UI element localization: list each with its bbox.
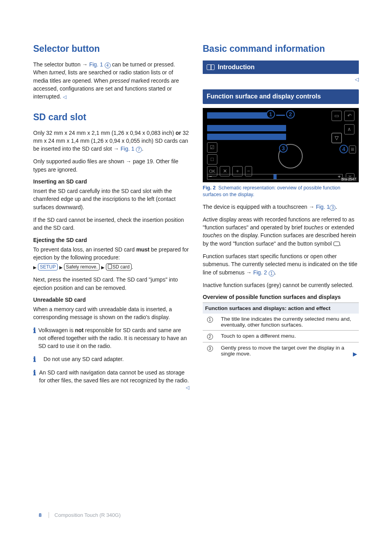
btn-safely-remove: Safely remove. bbox=[64, 263, 100, 270]
subhead-inserting: Inserting an SD card bbox=[33, 178, 189, 185]
section-end-icon: ◁ bbox=[203, 76, 359, 82]
figure-2-image: 1 2 ▭ ↶ ∧ ▽ ☑ □ OK ✕ + − 3 4 ≡ ∨ −+ Bra-… bbox=[203, 108, 359, 182]
fig-button-window: ▭ bbox=[332, 111, 342, 121]
continue-icon: ▶ bbox=[353, 351, 357, 357]
word-pressed: pressed bbox=[110, 78, 130, 84]
page-body: Selector button The selector button → Fi… bbox=[0, 0, 392, 412]
minus-icon: − bbox=[209, 174, 212, 180]
fig-slider: −+ bbox=[207, 174, 343, 180]
row-marker: 3 bbox=[204, 345, 215, 352]
subhead-overview: Overview of possible function surfaces a… bbox=[203, 294, 359, 300]
ref-callout-4: 4 bbox=[105, 62, 111, 68]
fig-button-back: ↶ bbox=[344, 111, 354, 121]
word-or: or bbox=[175, 130, 181, 136]
word-touches: touches bbox=[203, 232, 222, 238]
row-text: Touch to open a different menu. bbox=[221, 333, 357, 339]
text: Schematic representation: overview of po… bbox=[203, 185, 340, 197]
triangle-icon: ▶ bbox=[59, 265, 62, 270]
ref-fig1: Fig. 1 bbox=[121, 146, 134, 152]
info-icon: ℹ bbox=[33, 326, 37, 350]
text: Gently press to move the target over the… bbox=[221, 345, 344, 357]
triangle-icon: ▶ bbox=[33, 265, 36, 270]
text: The selector button → bbox=[33, 61, 89, 68]
fig-button-down: ▽ bbox=[332, 133, 342, 143]
ref-fig1: Fig. 1 bbox=[316, 204, 330, 210]
para-supported-audio: Only supported audio files are shown → p… bbox=[33, 157, 189, 174]
ref-fig2: Fig. 2 bbox=[253, 269, 267, 276]
book-icon bbox=[207, 64, 215, 70]
plus-icon: + bbox=[337, 174, 341, 180]
heading-sd-card-slot: SD card slot bbox=[33, 112, 189, 123]
note-vw-responsibility: ℹ Volkswagen is not responsible for SD c… bbox=[33, 326, 189, 350]
ref-callout-3: 3 bbox=[330, 205, 335, 211]
table-row: 1 The title line indicates the currently… bbox=[203, 314, 359, 331]
note-nav-data: ℹ An SD card with navigation data cannot… bbox=[33, 369, 189, 391]
page-number: 8 bbox=[39, 512, 41, 518]
fig-button-up: ∧ bbox=[344, 124, 354, 134]
text: An SD card with navigation data cannot b… bbox=[39, 369, 189, 384]
para-eject-prep: To prevent data loss, an inserted SD car… bbox=[33, 246, 189, 262]
fig-callout-4: 4 bbox=[339, 145, 348, 153]
text: The device is equipped with a touchscree… bbox=[203, 204, 316, 210]
word-turned: turned bbox=[49, 69, 65, 76]
fig-callout-2: 2 bbox=[286, 110, 295, 119]
sd-icon bbox=[108, 264, 112, 269]
triangle-icon: ▶ bbox=[101, 265, 104, 270]
ref-callout-1: 1 bbox=[269, 270, 275, 276]
eject-procedure: ▶ SETUP ▶ Safely remove. ▶ SD card. bbox=[33, 263, 189, 271]
note-text: An SD card with navigation data cannot b… bbox=[39, 369, 189, 391]
intro-bar: Introduction bbox=[203, 61, 359, 74]
fig-button-list: ≡ bbox=[349, 146, 356, 153]
ref-fig1: Fig. 1 bbox=[89, 61, 103, 68]
left-column: Selector button The selector button → Fi… bbox=[33, 43, 189, 396]
para-selector: The selector button → Fig. 1 4 can be tu… bbox=[33, 61, 189, 101]
ref-callout-7: 7 bbox=[136, 147, 142, 153]
fig-tag: Bra-2547 bbox=[341, 177, 357, 181]
table-row: 2 Touch to open a different menu. bbox=[203, 331, 359, 342]
para-touchscreen: The device is equipped with a touchscree… bbox=[203, 203, 359, 211]
para-insert: Insert the SD card carefully into the SD… bbox=[33, 187, 189, 211]
para-inactive: Inactive function surfaces (grey) cannot… bbox=[203, 281, 359, 289]
btn-sd-card: SD card bbox=[106, 263, 132, 270]
row-marker: 1 bbox=[204, 316, 215, 323]
fig-label: Fig. 2 bbox=[203, 185, 216, 191]
para-fs-submenus: Function surfaces start specific functio… bbox=[203, 252, 359, 276]
text: Volkswagen is bbox=[38, 327, 75, 333]
note-no-adapter: ℹ Do not use any SD card adapter. bbox=[33, 355, 189, 364]
btn-setup: SETUP bbox=[38, 263, 58, 270]
para-active-areas: Active display areas with recorded funct… bbox=[203, 216, 359, 248]
info-icon: ℹ bbox=[33, 369, 38, 391]
para-sd-dimensions: Only 32 mm x 24 mm x 2,1 mm (1,26 x 0,94… bbox=[33, 129, 189, 153]
callout-1: 1 bbox=[207, 317, 213, 323]
note-text: Do not use any SD card adapter. bbox=[43, 355, 124, 364]
heading-basic-command: Basic command information bbox=[203, 43, 359, 54]
page-footer: 8 Composition Touch (R 340G) bbox=[39, 512, 121, 518]
fig-pointer bbox=[276, 115, 285, 116]
text: or extended bbox=[323, 224, 354, 231]
row-marker: 2 bbox=[204, 333, 215, 340]
fig-button-check: ☑ bbox=[207, 142, 217, 153]
fig-bar bbox=[207, 112, 270, 119]
section-end-icon: ◁ bbox=[63, 94, 66, 100]
intro-label: Introduction bbox=[218, 64, 254, 71]
fig-callout-1: 1 bbox=[266, 110, 275, 119]
word-not: not bbox=[75, 327, 84, 333]
text: Only 32 mm x 24 mm x 2,1 mm (1,26 x 0,94… bbox=[33, 130, 175, 136]
fig-bar bbox=[207, 134, 286, 140]
table-header: Function surfaces and displays: action a… bbox=[203, 303, 359, 314]
subbar-function-surface: Function surface and display controls bbox=[203, 89, 359, 104]
section-end-icon: ◁ bbox=[186, 384, 189, 391]
footer-title: Composition Touch (R 340G) bbox=[49, 512, 121, 518]
text: on the display. Function surfaces are de… bbox=[203, 232, 356, 246]
para-eject-press: Next, press the inserted SD card. The SD… bbox=[33, 276, 189, 292]
para-unreadable: When a memory card with unreadable data … bbox=[33, 305, 189, 321]
note-text: Volkswagen is not responsible for SD car… bbox=[38, 326, 189, 350]
text: SD card bbox=[113, 264, 130, 270]
fig-callout-3: 3 bbox=[279, 144, 288, 153]
text: To prevent data loss, an inserted SD car… bbox=[33, 246, 136, 253]
callout-2: 2 bbox=[207, 334, 213, 340]
heading-selector-button: Selector button bbox=[33, 43, 189, 54]
info-icon: ℹ bbox=[33, 355, 42, 364]
subhead-unreadable: Unreadable SD card bbox=[33, 297, 189, 303]
para-insert-check: If the SD card cannot be inserted, check… bbox=[33, 216, 189, 232]
